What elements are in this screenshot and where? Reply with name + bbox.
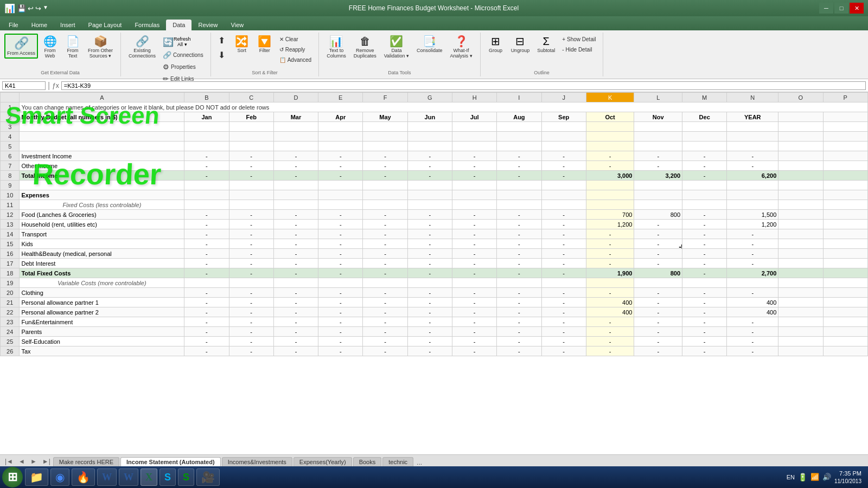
cell-a17[interactable]: Debt Interest bbox=[20, 259, 184, 268]
sheet-tab-nav-prev[interactable]: ◄ bbox=[16, 457, 28, 466]
taskbar-chrome[interactable]: ◉ bbox=[50, 468, 69, 486]
cell-h2[interactable]: Jul bbox=[452, 112, 496, 122]
taskbar-word[interactable]: W bbox=[119, 468, 138, 486]
cell-a16[interactable]: Health&Beauty (medical, personal bbox=[20, 249, 184, 259]
quick-access-toolbar[interactable]: 💾 ↩ ↪ ▼ bbox=[17, 4, 48, 12]
cell-a20[interactable]: Clothing bbox=[20, 288, 184, 298]
start-button[interactable]: ⊞ bbox=[2, 467, 23, 487]
col-header-c[interactable]: C bbox=[229, 93, 273, 102]
cell-l15[interactable]: -✛ bbox=[634, 239, 682, 249]
cell-a6[interactable]: Investment Income bbox=[20, 151, 184, 161]
tab-home[interactable]: Home bbox=[25, 20, 54, 30]
cell-k8[interactable]: 3,000 bbox=[586, 171, 634, 181]
col-header-o[interactable]: O bbox=[778, 93, 823, 102]
reapply-btn[interactable]: ↺ Reapply bbox=[277, 45, 314, 54]
cell-e2[interactable]: Apr bbox=[318, 112, 363, 122]
col-header-f[interactable]: F bbox=[363, 93, 407, 102]
from-web-btn[interactable]: 🌐 FromWeb bbox=[39, 34, 61, 61]
tab-view[interactable]: View bbox=[225, 20, 251, 30]
subtotal-btn[interactable]: Σ Subtotal bbox=[534, 34, 558, 55]
cell-i2[interactable]: Aug bbox=[497, 112, 541, 122]
cell-a2[interactable]: Monthly Budget (all numbers in $) bbox=[20, 112, 184, 122]
cell-n2[interactable]: YEAR bbox=[727, 112, 778, 122]
cell-a23[interactable]: Fun&Entertainment bbox=[20, 317, 184, 327]
what-if-btn[interactable]: ❓ What-IfAnalysis ▾ bbox=[447, 34, 476, 61]
tab-review[interactable]: Review bbox=[192, 20, 224, 30]
qa-save[interactable]: 💾 bbox=[17, 4, 26, 12]
col-header-j[interactable]: J bbox=[541, 93, 586, 102]
sheet-tab-make-records[interactable]: Make records HERE bbox=[53, 457, 119, 466]
qa-redo[interactable]: ↪ bbox=[35, 4, 41, 12]
cell-n8[interactable]: 6,200 bbox=[727, 171, 778, 181]
formula-input[interactable] bbox=[61, 81, 866, 90]
cell-a19[interactable]: Variable Costs (more controlable) bbox=[20, 278, 184, 288]
cell-l8[interactable]: 3,200 bbox=[634, 171, 682, 181]
col-header-b[interactable]: B bbox=[184, 93, 229, 102]
sort-btn[interactable]: 🔀 Sort bbox=[231, 34, 253, 55]
cell-a1[interactable]: You can change names of categories or le… bbox=[20, 102, 868, 112]
hide-detail-btn[interactable]: - Hide Detail bbox=[559, 45, 598, 54]
cell-a7[interactable]: Other Income bbox=[20, 161, 184, 171]
sort-desc-btn[interactable]: ⬇ bbox=[215, 48, 228, 62]
tab-data[interactable]: Data bbox=[166, 20, 192, 30]
sheet-tab-nav-next[interactable]: ► bbox=[28, 457, 40, 466]
cell-a26[interactable]: Tax bbox=[20, 346, 184, 356]
function-wizard-icon[interactable]: ƒx bbox=[52, 82, 59, 89]
advanced-btn[interactable]: 📋 Advanced bbox=[277, 55, 314, 65]
connections-btn[interactable]: 🔗 Connections bbox=[160, 49, 206, 61]
tab-page-layout[interactable]: Page Layout bbox=[82, 20, 129, 30]
col-header-g[interactable]: G bbox=[407, 93, 452, 102]
taskbar-explorer[interactable]: 📁 bbox=[25, 468, 48, 486]
sheet-tab-expenses[interactable]: Expenses(Yearly) bbox=[293, 457, 352, 466]
taskbar-skype1[interactable]: S bbox=[159, 468, 176, 486]
data-validation-btn[interactable]: ✅ DataValidation ▾ bbox=[381, 34, 412, 61]
cell-f2[interactable]: May bbox=[363, 112, 407, 122]
from-other-sources-btn[interactable]: 📦 From OtherSources ▾ bbox=[85, 34, 116, 61]
sheet-tab-income-statement[interactable]: Income Statement (Automated) bbox=[120, 457, 221, 466]
sort-asc-btn[interactable]: ⬆ bbox=[215, 34, 228, 47]
window-controls[interactable]: ─ □ ✕ bbox=[819, 3, 864, 14]
col-header-h[interactable]: H bbox=[452, 93, 496, 102]
col-header-e[interactable]: E bbox=[318, 93, 363, 102]
qa-dropdown[interactable]: ▼ bbox=[43, 4, 48, 12]
properties-btn[interactable]: ⚙ Properties bbox=[160, 61, 206, 73]
sheet-tab-nav-last[interactable]: ►| bbox=[40, 457, 53, 466]
taskbar-firefox[interactable]: 🔥 bbox=[72, 468, 95, 486]
cell-a13[interactable]: Household (rent, utilities etc) bbox=[20, 220, 184, 229]
cell-c2[interactable]: Feb bbox=[229, 112, 273, 122]
cell-k18[interactable]: 1,900 bbox=[586, 268, 634, 278]
cell-g2[interactable]: Jun bbox=[407, 112, 452, 122]
clock[interactable]: 7:35 PM 11/10/2013 bbox=[834, 470, 861, 484]
from-text-btn[interactable]: 📄 FromText bbox=[62, 34, 84, 61]
taskbar-skype2[interactable]: S bbox=[178, 468, 194, 486]
cell-d2[interactable]: Mar bbox=[273, 112, 318, 122]
cell-o2[interactable] bbox=[778, 112, 823, 122]
cell-a15[interactable]: Kids bbox=[20, 239, 184, 249]
cell-a25[interactable]: Self-Education bbox=[20, 337, 184, 346]
sheet-tab-books[interactable]: Books bbox=[353, 457, 382, 466]
sheet-tab-technic[interactable]: technic bbox=[382, 457, 413, 466]
col-header-d[interactable]: D bbox=[273, 93, 318, 102]
filter-btn[interactable]: 🔽 Filter bbox=[254, 34, 276, 55]
col-header-p[interactable]: P bbox=[823, 93, 867, 102]
cell-a12[interactable]: Food (Lanches & Groceries) bbox=[20, 210, 184, 220]
minimize-button[interactable]: ─ bbox=[819, 3, 833, 14]
ungroup-btn[interactable]: ⊟ Ungroup bbox=[508, 34, 533, 55]
cell-j2[interactable]: Sep bbox=[541, 112, 586, 122]
close-button[interactable]: ✕ bbox=[850, 3, 864, 14]
qa-undo[interactable]: ↩ bbox=[28, 4, 34, 12]
cell-a10[interactable]: Expenses bbox=[20, 190, 184, 200]
maximize-button[interactable]: □ bbox=[834, 3, 848, 14]
existing-connections-btn[interactable]: 🔗 ExistingConnections bbox=[125, 34, 159, 61]
cell-a18[interactable]: Total Fixed Costs bbox=[20, 268, 184, 278]
cell-a22[interactable]: Personal allowance partner 2 bbox=[20, 307, 184, 317]
cell-k2[interactable]: Oct bbox=[586, 112, 634, 122]
group-btn[interactable]: ⊞ Group bbox=[485, 34, 507, 55]
taskbar-excel[interactable]: X bbox=[141, 468, 157, 486]
taskbar-obs[interactable]: 🎥 bbox=[196, 468, 220, 486]
name-box[interactable] bbox=[2, 81, 46, 90]
add-sheet-btn[interactable]: ... bbox=[417, 459, 422, 466]
sheet-tab-incomes[interactable]: Incomes&Investments bbox=[222, 457, 292, 466]
col-header-a[interactable]: A bbox=[20, 93, 184, 102]
consolidate-btn[interactable]: 📑 Consolidate bbox=[413, 34, 446, 55]
